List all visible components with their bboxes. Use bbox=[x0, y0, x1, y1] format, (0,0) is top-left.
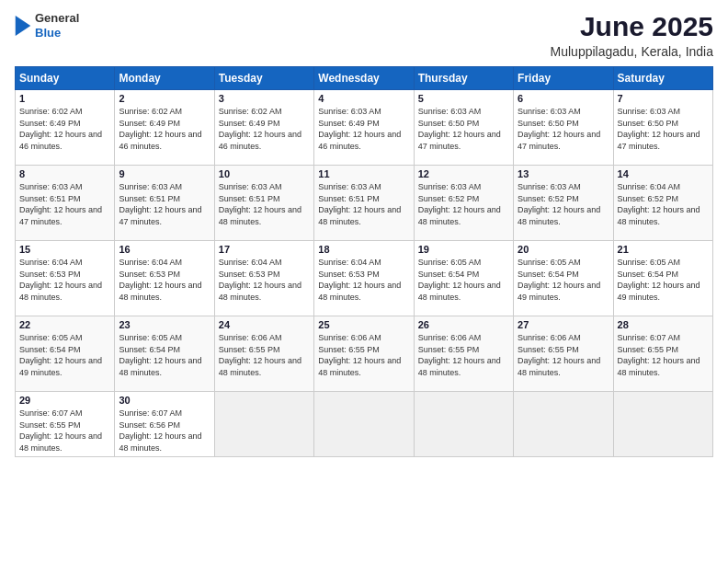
day-number: 23 bbox=[119, 319, 210, 330]
calendar-cell bbox=[514, 392, 613, 457]
day-number: 26 bbox=[418, 319, 509, 330]
week-row-4: 22 Sunrise: 6:05 AM Sunset: 6:54 PM Dayl… bbox=[16, 316, 713, 392]
day-number: 14 bbox=[618, 168, 709, 179]
title-section: June 2025 Muluppilagadu, Kerala, India bbox=[551, 11, 713, 59]
calendar-cell: 27 Sunrise: 6:06 AM Sunset: 6:55 PM Dayl… bbox=[514, 316, 613, 392]
calendar-cell: 8 Sunrise: 6:03 AM Sunset: 6:51 PM Dayli… bbox=[16, 166, 115, 241]
day-number: 13 bbox=[518, 168, 609, 179]
day-info: Sunrise: 6:05 AM Sunset: 6:54 PM Dayligh… bbox=[19, 332, 110, 378]
calendar-cell: 6 Sunrise: 6:03 AM Sunset: 6:50 PM Dayli… bbox=[514, 90, 613, 166]
day-number: 10 bbox=[219, 168, 310, 179]
calendar-header-row: Sunday Monday Tuesday Wednesday Thursday… bbox=[16, 67, 713, 90]
day-number: 1 bbox=[19, 93, 110, 104]
day-number: 22 bbox=[19, 319, 110, 330]
day-info: Sunrise: 6:05 AM Sunset: 6:54 PM Dayligh… bbox=[119, 332, 210, 378]
day-number: 17 bbox=[219, 244, 310, 255]
header-sunday: Sunday bbox=[16, 67, 115, 90]
header-saturday: Saturday bbox=[613, 67, 712, 90]
day-info: Sunrise: 6:06 AM Sunset: 6:55 PM Dayligh… bbox=[518, 332, 609, 378]
calendar-cell: 13 Sunrise: 6:03 AM Sunset: 6:52 PM Dayl… bbox=[514, 166, 613, 241]
day-info: Sunrise: 6:03 AM Sunset: 6:51 PM Dayligh… bbox=[119, 181, 210, 227]
main-title: June 2025 bbox=[551, 11, 713, 42]
calendar: Sunday Monday Tuesday Wednesday Thursday… bbox=[15, 66, 713, 457]
day-number: 6 bbox=[518, 93, 609, 104]
calendar-cell: 4 Sunrise: 6:03 AM Sunset: 6:49 PM Dayli… bbox=[314, 90, 414, 166]
calendar-cell: 20 Sunrise: 6:05 AM Sunset: 6:54 PM Dayl… bbox=[514, 241, 613, 316]
day-number: 7 bbox=[618, 93, 709, 104]
day-number: 4 bbox=[318, 93, 409, 104]
calendar-cell: 24 Sunrise: 6:06 AM Sunset: 6:55 PM Dayl… bbox=[214, 316, 313, 392]
top-section: General Blue June 2025 Muluppilagadu, Ke… bbox=[15, 11, 713, 59]
calendar-cell: 7 Sunrise: 6:03 AM Sunset: 6:50 PM Dayli… bbox=[613, 90, 712, 166]
day-info: Sunrise: 6:02 AM Sunset: 6:49 PM Dayligh… bbox=[119, 106, 210, 152]
logo-general: General bbox=[35, 11, 79, 25]
calendar-cell: 28 Sunrise: 6:07 AM Sunset: 6:55 PM Dayl… bbox=[613, 316, 712, 392]
calendar-cell bbox=[613, 392, 712, 457]
day-info: Sunrise: 6:02 AM Sunset: 6:49 PM Dayligh… bbox=[219, 106, 310, 152]
logo-text: General Blue bbox=[35, 11, 79, 40]
day-number: 27 bbox=[518, 319, 609, 330]
calendar-cell: 9 Sunrise: 6:03 AM Sunset: 6:51 PM Dayli… bbox=[115, 166, 214, 241]
logo: General Blue bbox=[15, 11, 79, 40]
header-monday: Monday bbox=[115, 67, 214, 90]
day-number: 18 bbox=[318, 244, 409, 255]
day-number: 3 bbox=[219, 93, 310, 104]
day-number: 15 bbox=[19, 244, 110, 255]
day-info: Sunrise: 6:03 AM Sunset: 6:50 PM Dayligh… bbox=[618, 106, 709, 152]
day-info: Sunrise: 6:03 AM Sunset: 6:50 PM Dayligh… bbox=[518, 106, 609, 152]
day-number: 20 bbox=[518, 244, 609, 255]
day-number: 8 bbox=[19, 168, 110, 179]
calendar-cell: 25 Sunrise: 6:06 AM Sunset: 6:55 PM Dayl… bbox=[314, 316, 414, 392]
calendar-cell: 15 Sunrise: 6:04 AM Sunset: 6:53 PM Dayl… bbox=[16, 241, 115, 316]
calendar-cell: 30 Sunrise: 6:07 AM Sunset: 6:56 PM Dayl… bbox=[115, 392, 214, 457]
day-info: Sunrise: 6:03 AM Sunset: 6:51 PM Dayligh… bbox=[318, 181, 409, 227]
day-number: 29 bbox=[19, 395, 110, 406]
week-row-3: 15 Sunrise: 6:04 AM Sunset: 6:53 PM Dayl… bbox=[16, 241, 713, 316]
day-number: 2 bbox=[119, 93, 210, 104]
day-info: Sunrise: 6:07 AM Sunset: 6:55 PM Dayligh… bbox=[618, 332, 709, 378]
week-row-5: 29 Sunrise: 6:07 AM Sunset: 6:55 PM Dayl… bbox=[16, 392, 713, 457]
day-info: Sunrise: 6:05 AM Sunset: 6:54 PM Dayligh… bbox=[418, 257, 509, 303]
logo-icon bbox=[15, 16, 31, 36]
week-row-2: 8 Sunrise: 6:03 AM Sunset: 6:51 PM Dayli… bbox=[16, 166, 713, 241]
calendar-cell: 1 Sunrise: 6:02 AM Sunset: 6:49 PM Dayli… bbox=[16, 90, 115, 166]
day-number: 28 bbox=[618, 319, 709, 330]
day-info: Sunrise: 6:02 AM Sunset: 6:49 PM Dayligh… bbox=[19, 106, 110, 152]
calendar-cell: 17 Sunrise: 6:04 AM Sunset: 6:53 PM Dayl… bbox=[214, 241, 313, 316]
header-thursday: Thursday bbox=[414, 67, 513, 90]
day-number: 12 bbox=[418, 168, 509, 179]
day-number: 5 bbox=[418, 93, 509, 104]
calendar-cell: 10 Sunrise: 6:03 AM Sunset: 6:51 PM Dayl… bbox=[214, 166, 313, 241]
calendar-cell: 19 Sunrise: 6:05 AM Sunset: 6:54 PM Dayl… bbox=[414, 241, 513, 316]
calendar-cell bbox=[214, 392, 313, 457]
day-number: 30 bbox=[119, 395, 210, 406]
day-number: 21 bbox=[618, 244, 709, 255]
calendar-cell: 5 Sunrise: 6:03 AM Sunset: 6:50 PM Dayli… bbox=[414, 90, 513, 166]
week-row-1: 1 Sunrise: 6:02 AM Sunset: 6:49 PM Dayli… bbox=[16, 90, 713, 166]
day-info: Sunrise: 6:06 AM Sunset: 6:55 PM Dayligh… bbox=[418, 332, 509, 378]
day-number: 24 bbox=[219, 319, 310, 330]
day-info: Sunrise: 6:07 AM Sunset: 6:55 PM Dayligh… bbox=[19, 408, 110, 454]
subtitle: Muluppilagadu, Kerala, India bbox=[551, 44, 713, 59]
logo-blue: Blue bbox=[35, 26, 61, 40]
day-number: 11 bbox=[318, 168, 409, 179]
day-number: 25 bbox=[318, 319, 409, 330]
header-friday: Friday bbox=[514, 67, 613, 90]
header-tuesday: Tuesday bbox=[214, 67, 313, 90]
calendar-cell: 18 Sunrise: 6:04 AM Sunset: 6:53 PM Dayl… bbox=[314, 241, 414, 316]
day-info: Sunrise: 6:03 AM Sunset: 6:50 PM Dayligh… bbox=[418, 106, 509, 152]
calendar-cell: 12 Sunrise: 6:03 AM Sunset: 6:52 PM Dayl… bbox=[414, 166, 513, 241]
svg-marker-0 bbox=[16, 16, 31, 36]
calendar-cell: 14 Sunrise: 6:04 AM Sunset: 6:52 PM Dayl… bbox=[613, 166, 712, 241]
page: General Blue June 2025 Muluppilagadu, Ke… bbox=[0, 0, 728, 563]
day-number: 16 bbox=[119, 244, 210, 255]
day-info: Sunrise: 6:04 AM Sunset: 6:52 PM Dayligh… bbox=[618, 181, 709, 227]
day-info: Sunrise: 6:05 AM Sunset: 6:54 PM Dayligh… bbox=[518, 257, 609, 303]
header-wednesday: Wednesday bbox=[314, 67, 414, 90]
day-info: Sunrise: 6:03 AM Sunset: 6:49 PM Dayligh… bbox=[318, 106, 409, 152]
day-info: Sunrise: 6:03 AM Sunset: 6:52 PM Dayligh… bbox=[418, 181, 509, 227]
day-info: Sunrise: 6:06 AM Sunset: 6:55 PM Dayligh… bbox=[318, 332, 409, 378]
calendar-cell: 11 Sunrise: 6:03 AM Sunset: 6:51 PM Dayl… bbox=[314, 166, 414, 241]
day-info: Sunrise: 6:04 AM Sunset: 6:53 PM Dayligh… bbox=[219, 257, 310, 303]
calendar-cell: 22 Sunrise: 6:05 AM Sunset: 6:54 PM Dayl… bbox=[16, 316, 115, 392]
